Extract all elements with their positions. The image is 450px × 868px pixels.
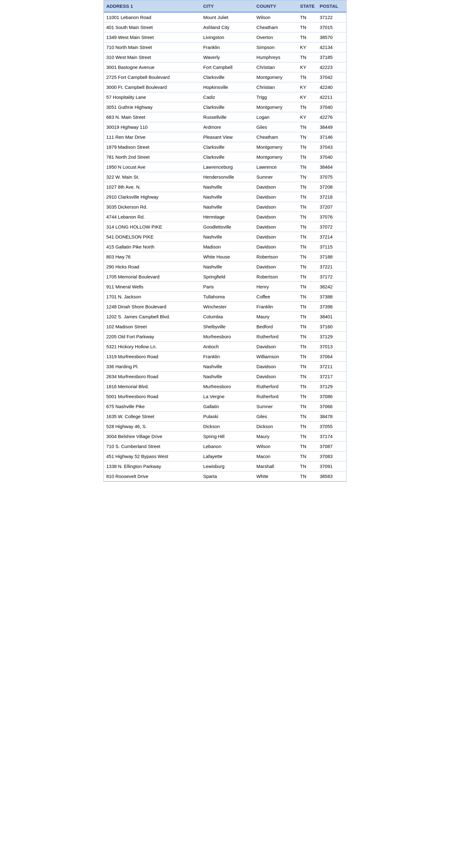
cell-address: 1635 W. College Street — [104, 411, 201, 422]
cell-county: Marshall — [254, 461, 298, 471]
cell-postal: 38242 — [317, 282, 346, 292]
cell-postal: 37091 — [317, 461, 346, 471]
cell-state: KY — [298, 92, 317, 102]
cell-county: Davidson — [254, 202, 298, 212]
cell-state: TN — [298, 23, 317, 32]
cell-city: Spring Hill — [201, 432, 254, 441]
cell-address: 415 Gallatin Pike North — [104, 242, 201, 252]
cell-city: Murfreesboro — [201, 332, 254, 342]
cell-address: 3035 Dickerson Rd. — [104, 202, 201, 212]
cell-postal: 37115 — [317, 242, 346, 252]
cell-postal: 37221 — [317, 262, 346, 272]
cell-city: Ashland City — [201, 23, 254, 32]
cell-postal: 37208 — [317, 182, 346, 192]
cell-city: Dickson — [201, 422, 254, 432]
cell-postal: 37188 — [317, 252, 346, 262]
cell-postal: 37055 — [317, 422, 346, 432]
cell-state: TN — [298, 272, 317, 282]
cell-city: Tullahoma — [201, 292, 254, 302]
cell-county: Dickson — [254, 422, 298, 432]
cell-postal: 37388 — [317, 292, 346, 302]
cell-state: TN — [298, 362, 317, 372]
cell-address: 781 North 2nd Street — [104, 152, 201, 162]
cell-address: 3051 Guthrie Highway — [104, 102, 201, 112]
cell-county: Coffee — [254, 292, 298, 302]
cell-city: Columbia — [201, 312, 254, 322]
cell-postal: 37174 — [317, 432, 346, 441]
table-row: 1705 Memorial BoulevardSpringfieldRobert… — [104, 272, 346, 282]
table-row: 675 Nashville PikeGallatinSumnerTN37066 — [104, 402, 346, 411]
cell-postal: 37129 — [317, 332, 346, 342]
table-row: 781 North 2nd StreetClarksvilleMontgomer… — [104, 152, 346, 162]
cell-city: Antioch — [201, 342, 254, 352]
cell-address: 675 Nashville Pike — [104, 402, 201, 411]
cell-postal: 37086 — [317, 392, 346, 402]
table-row: 683 N. Main StreetRussellvilleLoganKY422… — [104, 112, 346, 122]
cell-address: 911 Mineral Wells — [104, 282, 201, 292]
cell-county: Davidson — [254, 242, 298, 252]
cell-county: Overton — [254, 32, 298, 42]
cell-city: White House — [201, 252, 254, 262]
table-row: 1202 S. James Campbell Blvd.ColumbiaMaur… — [104, 312, 346, 322]
table-row: 310 West Main StreetWaverlyHumphreysTN37… — [104, 52, 346, 62]
cell-state: TN — [298, 411, 317, 422]
cell-address: 541 DONELSON PIKE — [104, 232, 201, 242]
cell-county: Rutherford — [254, 332, 298, 342]
cell-address: 102 Madison Street — [104, 322, 201, 332]
cell-address: 710 S. Cumberland Street — [104, 441, 201, 452]
cell-state: TN — [298, 212, 317, 222]
cell-state: TN — [298, 452, 317, 461]
cell-address: 2910 Clarksville Highway — [104, 192, 201, 202]
cell-county: Giles — [254, 122, 298, 132]
cell-state: TN — [298, 142, 317, 152]
cell-city: Ardmore — [201, 122, 254, 132]
cell-city: Nashville — [201, 192, 254, 202]
table-row: 2634 Murfreesboro RoadNashvilleDavidsonT… — [104, 372, 346, 382]
cell-state: TN — [298, 232, 317, 242]
cell-county: Davidson — [254, 342, 298, 352]
table-row: 111 Ren Mar DrivePleasant ViewCheathamTN… — [104, 132, 346, 142]
header-county: COUNTY — [254, 0, 298, 12]
table-row: 57 Hospitality LaneCadizTriggKY42211 — [104, 92, 346, 102]
cell-state: TN — [298, 192, 317, 202]
cell-postal: 37160 — [317, 322, 346, 332]
cell-state: TN — [298, 132, 317, 142]
cell-state: TN — [298, 432, 317, 441]
cell-postal: 37211 — [317, 362, 346, 372]
cell-address: 5321 Hickory Hollow Ln. — [104, 342, 201, 352]
cell-postal: 37129 — [317, 382, 346, 392]
table-body: 11001 Lebanon RoadMount JulietWilsonTN37… — [104, 12, 346, 482]
cell-state: TN — [298, 72, 317, 82]
cell-county: Montgomery — [254, 72, 298, 82]
cell-address: 5001 Murfreesboro Road — [104, 392, 201, 402]
cell-address: 314 LONG HOLLOW PIKE — [104, 222, 201, 232]
cell-county: Montgomery — [254, 102, 298, 112]
cell-county: Simpson — [254, 42, 298, 52]
table-row: 1338 N. Ellington ParkwayLewisburgMarsha… — [104, 461, 346, 471]
cell-state: KY — [298, 42, 317, 52]
cell-state: TN — [298, 252, 317, 262]
cell-address: 1319 Murfreesboro Road — [104, 352, 201, 362]
cell-address: 1202 S. James Campbell Blvd. — [104, 312, 201, 322]
cell-postal: 37064 — [317, 352, 346, 362]
table-row: 911 Mineral WellsParisHenryTN38242 — [104, 282, 346, 292]
cell-county: Christian — [254, 82, 298, 92]
table-row: 1319 Murfreesboro RoadFranklinWilliamson… — [104, 352, 346, 362]
cell-address: 3001 Bastogne Avenue — [104, 62, 201, 72]
table-row: 3051 Guthrie HighwayClarksvilleMontgomer… — [104, 102, 346, 112]
cell-county: Logan — [254, 112, 298, 122]
cell-city: Clarksville — [201, 142, 254, 152]
cell-city: Nashville — [201, 372, 254, 382]
cell-address: 2205 Old Fort Parkway — [104, 332, 201, 342]
cell-state: TN — [298, 312, 317, 322]
table-row: 3004 Belshire Village DriveSpring HillMa… — [104, 432, 346, 441]
cell-state: KY — [298, 112, 317, 122]
cell-address: 2725 Fort Campbell Boulevard — [104, 72, 201, 82]
cell-city: La Vergne — [201, 392, 254, 402]
cell-postal: 37076 — [317, 212, 346, 222]
cell-county: Maury — [254, 312, 298, 322]
cell-state: KY — [298, 62, 317, 72]
cell-city: Springfield — [201, 272, 254, 282]
table-row: 810 Roosevelt DriveSpartaWhiteTN38583 — [104, 471, 346, 482]
cell-city: Russellville — [201, 112, 254, 122]
